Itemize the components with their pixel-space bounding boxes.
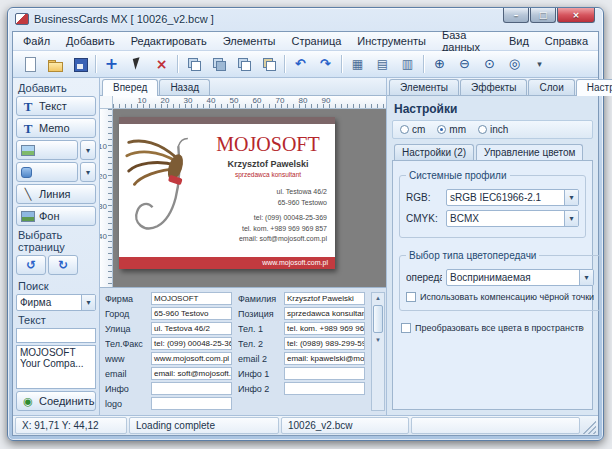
search-text-input[interactable]: [16, 328, 96, 343]
card-person-name[interactable]: Krzysztof Pawelski: [205, 159, 331, 169]
form-input[interactable]: Krzysztof Pawelski: [284, 292, 365, 305]
rgb-profile-combo[interactable]: sRGB IEC61966-2.1 ▾: [446, 189, 579, 206]
form-input[interactable]: ul. Testova 46/2: [151, 322, 232, 335]
list-item[interactable]: MOJOSOFT: [18, 347, 94, 358]
menu-item[interactable]: Добавить: [58, 33, 123, 49]
list-item[interactable]: Your Compa...: [18, 358, 94, 369]
unit-option-cm[interactable]: cm: [400, 124, 425, 135]
settings-panel: Настройки cmmminch Настройки (2)Управлен…: [387, 96, 598, 415]
menu-item[interactable]: Файл: [15, 33, 58, 49]
menu-item[interactable]: Элементы: [215, 33, 284, 49]
paste-button[interactable]: [257, 53, 280, 75]
tab-forward[interactable]: Вперед: [102, 79, 158, 96]
black-point-checkbox[interactable]: [406, 292, 416, 302]
previous-page-button[interactable]: ↺: [16, 255, 46, 275]
menu-item[interactable]: Редактировать: [123, 33, 215, 49]
form-input[interactable]: [151, 397, 232, 410]
unit-option-inch[interactable]: inch: [478, 124, 508, 135]
menu-item[interactable]: Вид: [501, 33, 537, 49]
form-input[interactable]: [284, 382, 365, 395]
bring-to-front-button[interactable]: [182, 53, 205, 75]
shape-options-dropdown[interactable]: ▾: [80, 162, 96, 182]
scroll-up-icon[interactable]: ▲: [375, 293, 381, 303]
design-canvas[interactable]: MOJOSOFT Krzysztof Pawelski sprzedawca k…: [113, 109, 386, 287]
form-input[interactable]: tel: (0989) 989-299-596: [284, 337, 365, 350]
add-image-button[interactable]: [16, 140, 78, 160]
zoom-fit-button[interactable]: ◎: [503, 53, 526, 75]
undo-button[interactable]: ↶: [289, 53, 312, 75]
add-line-button[interactable]: ╲ Линия: [16, 184, 96, 204]
minimize-button[interactable]: –: [503, 8, 529, 23]
maximize-button[interactable]: □: [530, 8, 556, 23]
form-scrollbar[interactable]: ▲ ▼: [371, 292, 385, 411]
form-input[interactable]: email: soft@mojosoft.com.pl: [151, 367, 232, 380]
image-options-dropdown[interactable]: ▾: [80, 140, 96, 160]
delete-element-button[interactable]: ×: [150, 53, 173, 75]
add-memo-button[interactable]: T Memo: [16, 118, 96, 138]
combo-dropdown-icon[interactable]: ▾: [81, 295, 95, 310]
ruler-number: 30: [184, 96, 193, 105]
scroll-down-icon[interactable]: ▼: [375, 335, 381, 345]
menu-item[interactable]: Инструменты: [349, 33, 434, 49]
card-person-position[interactable]: sprzedawca konsultant: [205, 171, 331, 178]
undo-icon: ↶: [292, 56, 309, 72]
save-button[interactable]: [68, 53, 91, 75]
business-card[interactable]: MOJOSOFT Krzysztof Pawelski sprzedawca k…: [119, 117, 335, 269]
toolbar-separator: [284, 55, 285, 73]
send-to-back-button[interactable]: [207, 53, 230, 75]
settings-subtab[interactable]: Управление цветом: [476, 144, 583, 160]
ruler-number: 10: [100, 142, 107, 151]
form-input[interactable]: sprzedawca konsultant: [284, 307, 365, 320]
card-contact-block[interactable]: ul. Testowa 46/265-960 Testowo tel: (099…: [239, 187, 327, 245]
rendering-intent-combo[interactable]: Воспринимаемая ▾: [446, 269, 594, 286]
intent-combo-dropdown-icon[interactable]: ▾: [579, 270, 593, 285]
next-page-button[interactable]: ↻: [48, 255, 78, 275]
grid-button[interactable]: ▦: [346, 53, 369, 75]
form-input[interactable]: [151, 382, 232, 395]
add-element-button[interactable]: +: [100, 53, 123, 75]
zoom-out-button[interactable]: ⊖: [453, 53, 476, 75]
panel-tab[interactable]: Элементы: [389, 79, 459, 95]
connect-button[interactable]: ◉ Соединить: [16, 391, 96, 411]
resize-grip[interactable]: [582, 417, 596, 434]
redo-button[interactable]: ↷: [314, 53, 337, 75]
select-cursor-button[interactable]: [125, 53, 148, 75]
menu-item[interactable]: Справка: [537, 33, 596, 49]
settings-subtab[interactable]: Настройки (2): [394, 144, 474, 160]
search-results-list[interactable]: MOJOSOFTYour Compa...: [16, 345, 96, 389]
card-company-name[interactable]: MOJOSOFT: [205, 133, 331, 156]
tab-back[interactable]: Назад: [159, 79, 210, 95]
form-input[interactable]: www.mojosoft.com.pl: [151, 352, 232, 365]
zoom-actual-button[interactable]: ⊙: [478, 53, 501, 75]
new-document-button[interactable]: [18, 53, 41, 75]
snap-button[interactable]: ▥: [396, 53, 419, 75]
close-button[interactable]: ×: [557, 8, 595, 23]
panel-tab[interactable]: Настройки: [576, 79, 612, 96]
form-input[interactable]: 65-960 Testovo: [151, 307, 232, 320]
panel-tab[interactable]: Эффекты: [460, 79, 527, 95]
search-category-combo[interactable]: Фирма ▾: [16, 294, 96, 311]
rgb-combo-dropdown-icon[interactable]: ▾: [564, 190, 578, 205]
menu-item[interactable]: Страница: [283, 33, 349, 49]
form-input[interactable]: tel: (099) 00048-25-369: [151, 337, 232, 350]
copy-button[interactable]: [232, 53, 255, 75]
add-background-button[interactable]: Фон: [16, 206, 96, 226]
scrollbar-thumb[interactable]: [373, 305, 383, 333]
unit-option-mm[interactable]: mm: [437, 124, 466, 135]
panel-tab[interactable]: Слои: [528, 79, 574, 95]
form-input[interactable]: [284, 367, 365, 380]
zoom-in-button[interactable]: ⊕: [428, 53, 451, 75]
form-input[interactable]: tel. kom. +989 969 969 857: [284, 322, 365, 335]
cmyk-profile-combo[interactable]: BCMX ▾: [446, 210, 579, 227]
form-row: ФамилияKrzysztof Pawelski: [238, 292, 365, 305]
cmyk-combo-dropdown-icon[interactable]: ▾: [564, 211, 578, 226]
open-folder-button[interactable]: [43, 53, 66, 75]
form-input[interactable]: MOJOSOFT: [151, 292, 232, 305]
zoom-dropdown-button[interactable]: ▾: [528, 53, 551, 75]
convert-colors-checkbox[interactable]: [401, 323, 411, 333]
add-text-button[interactable]: T Текст: [16, 96, 96, 116]
title-bar[interactable]: BusinessCards MX [ 10026_v2.bcw ] – □ ×: [8, 8, 603, 30]
align-button[interactable]: ▤: [371, 53, 394, 75]
form-input[interactable]: email: kpawelski@mojosoft.c: [284, 352, 365, 365]
add-shape-button[interactable]: [16, 162, 78, 182]
